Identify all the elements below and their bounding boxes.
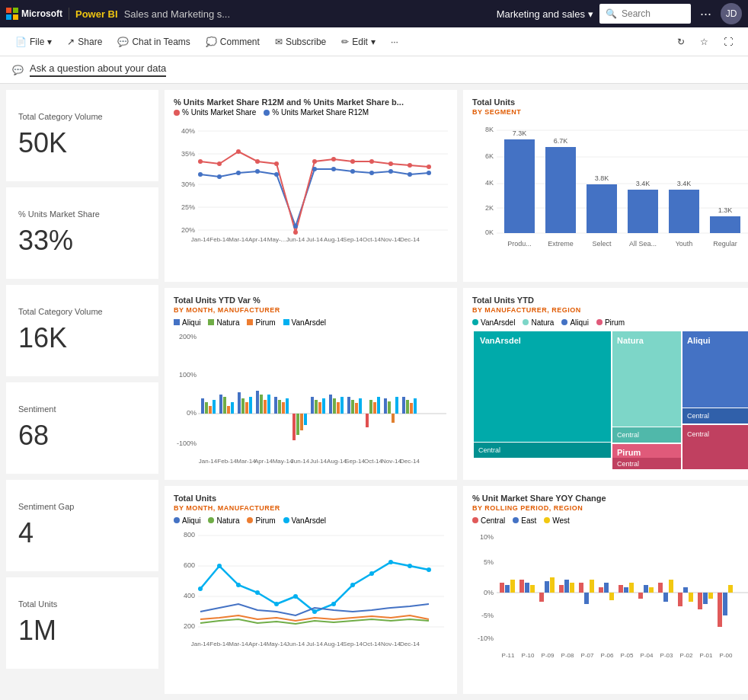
treemap-svg: VanArsdel Natura Aliqui Central Central …: [472, 330, 748, 471]
svg-rect-218: [629, 583, 634, 593]
svg-text:Select: Select: [592, 240, 612, 248]
svg-rect-220: [644, 585, 648, 593]
svg-rect-99: [410, 403, 413, 414]
svg-point-26: [255, 159, 260, 164]
svg-rect-232: [723, 593, 727, 615]
svg-text:6K: 6K: [485, 152, 494, 160]
svg-rect-55: [209, 406, 212, 414]
svg-point-123: [236, 583, 241, 587]
toolbar-more-button[interactable]: ···: [385, 34, 404, 50]
share-button[interactable]: ↗ Share: [61, 34, 108, 50]
svg-text:Mar-14: Mar-14: [229, 236, 248, 243]
kpi-label-0: Total Category Volume: [18, 112, 146, 121]
svg-text:10%: 10%: [480, 533, 494, 541]
svg-rect-75: [300, 414, 303, 430]
var-chart-subtitle: BY MONTH, MANUFACTURER: [174, 306, 448, 314]
svg-rect-201: [519, 580, 524, 593]
svg-text:5%: 5%: [484, 558, 494, 566]
report-title: Sales and Marketing s...: [124, 8, 230, 20]
top-navbar: Microsoft Power BI Sales and Marketing s…: [0, 0, 748, 27]
svg-point-22: [427, 171, 431, 175]
svg-rect-88: [359, 398, 362, 414]
svg-rect-227: [689, 593, 693, 602]
svg-rect-66: [260, 395, 263, 414]
var-legend-1: Natura: [208, 318, 239, 327]
svg-text:Mar-14: Mar-14: [236, 458, 256, 465]
bookmark-button[interactable]: ☆: [694, 34, 714, 50]
kpi-value-0: 50K: [18, 127, 146, 159]
file-icon: 📄: [15, 37, 27, 47]
chat-teams-button[interactable]: 💬 Chat in Teams: [111, 34, 196, 50]
svg-rect-199: [505, 585, 510, 593]
svg-point-21: [408, 172, 412, 177]
treemap-title: Total Units YTD: [472, 296, 743, 305]
svg-text:Central: Central: [617, 431, 639, 439]
chevron-down-icon: ▾: [371, 37, 376, 47]
file-button[interactable]: 📄 File ▾: [9, 34, 58, 50]
svg-rect-80: [322, 398, 325, 414]
svg-text:Apr-14: Apr-14: [254, 458, 273, 465]
svg-point-34: [408, 163, 412, 168]
svg-rect-222: [658, 583, 663, 593]
svg-point-33: [388, 161, 393, 166]
tm-legend-3: Pirum: [596, 318, 625, 327]
yoy-legend: Central East West: [472, 516, 743, 525]
right-column: Total Units BY SEGMENT 8K 6K 4K 2K 0K 7.…: [463, 90, 748, 694]
avatar[interactable]: JD: [721, 3, 742, 24]
yoy-legend-1: East: [513, 516, 536, 525]
powerbi-label: Power BI: [75, 8, 118, 20]
svg-text:May-...: May-...: [267, 236, 286, 243]
svg-rect-219: [638, 593, 643, 599]
segment-bar-title: Total Units: [472, 97, 743, 107]
svg-text:-5%: -5%: [481, 612, 494, 619]
search-input[interactable]: [622, 8, 682, 19]
fullscreen-button[interactable]: ⛶: [718, 34, 739, 50]
ask-question-bar[interactable]: 💬 Ask a question about your data: [0, 56, 748, 84]
svg-rect-98: [406, 400, 409, 414]
svg-rect-233: [728, 585, 733, 593]
tm-legend-0: VanArsdel: [472, 318, 515, 327]
tul-legend-0: Aliqui: [174, 516, 200, 525]
svg-text:Natura: Natura: [617, 336, 644, 345]
svg-rect-57: [219, 395, 222, 414]
svg-rect-226: [683, 587, 688, 593]
comment-button[interactable]: 💭 Comment: [200, 34, 266, 50]
svg-text:Jun-14: Jun-14: [286, 236, 305, 243]
var-chart-legend: Aliqui Natura Pirum VanArsdel: [174, 318, 448, 327]
search-box[interactable]: 🔍: [599, 4, 691, 24]
svg-text:Dec-14: Dec-14: [400, 236, 420, 243]
yoy-bar-subtitle: BY ROLLING PERIOD, REGION: [472, 504, 743, 512]
report-nav-name[interactable]: Marketing and sales ▾: [497, 8, 593, 20]
svg-text:Jan-14: Jan-14: [199, 458, 218, 465]
svg-rect-85: [347, 397, 350, 414]
subscribe-button[interactable]: ✉ Subscribe: [269, 34, 332, 50]
dashboard: Total Category Volume 50K % Units Market…: [0, 84, 748, 700]
refresh-button[interactable]: ↻: [671, 34, 691, 50]
kpi-label-2: Total Category Volume: [18, 307, 146, 316]
svg-rect-176: [612, 331, 681, 427]
kpi-card-total-units: Total Units 1M: [6, 577, 158, 669]
svg-rect-62: [241, 398, 245, 414]
svg-text:Jul-14: Jul-14: [310, 458, 327, 465]
svg-text:Oct-14: Oct-14: [363, 236, 382, 243]
edit-button[interactable]: ✏ Edit ▾: [335, 34, 382, 50]
svg-rect-61: [238, 392, 241, 414]
svg-rect-92: [377, 397, 380, 414]
svg-rect-83: [337, 402, 340, 414]
svg-rect-210: [579, 583, 583, 593]
svg-text:200: 200: [184, 622, 195, 630]
nav-more-button[interactable]: ···: [697, 6, 714, 22]
svg-rect-93: [384, 398, 387, 414]
svg-text:Aug-14: Aug-14: [324, 236, 344, 243]
svg-point-11: [217, 174, 222, 179]
total-units-line-svg: 800 600 400 200: [174, 528, 448, 654]
svg-rect-162: [628, 190, 658, 233]
svg-text:Mar-14: Mar-14: [229, 641, 248, 647]
svg-rect-87: [355, 403, 358, 414]
svg-point-35: [427, 165, 431, 169]
tm-legend-2: Aliqui: [561, 318, 588, 327]
svg-text:Central: Central: [687, 430, 709, 438]
total-units-line-legend: Aliqui Natura Pirum VanArsdel: [174, 516, 448, 525]
kpi-card-total-cat-vol-1: Total Category Volume 50K: [6, 90, 158, 181]
svg-text:Jul-14: Jul-14: [306, 641, 323, 647]
